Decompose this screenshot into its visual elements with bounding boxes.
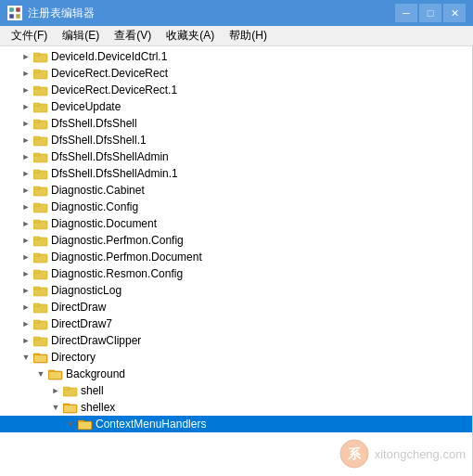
menu-edit[interactable]: 编辑(E) xyxy=(55,26,107,45)
svg-rect-25 xyxy=(33,220,40,223)
tree-item[interactable]: ▼ ContextMenuHandlers xyxy=(0,416,472,432)
tree-item-label: Diagnostic.Perfmon.Document xyxy=(51,251,202,264)
tree-item[interactable]: ► shell xyxy=(0,382,472,399)
tree-expander[interactable]: ▼ xyxy=(48,400,63,415)
tree-item[interactable]: ► DeviceUpdate xyxy=(0,98,472,115)
tree-item-label: DeviceRect.DeviceRect xyxy=(51,67,168,80)
tree-expander[interactable]: ► xyxy=(19,116,33,131)
tree-expander[interactable]: ► xyxy=(19,149,33,164)
svg-rect-13 xyxy=(33,120,40,122)
tree-expander[interactable]: ► xyxy=(48,383,63,398)
maximize-button[interactable]: □ xyxy=(419,4,441,22)
tree-item[interactable]: ► Diagnostic.Perfmon.Document xyxy=(0,249,472,265)
svg-rect-3 xyxy=(16,14,20,19)
tree-item[interactable]: ► Diagnostic.Config xyxy=(0,199,472,215)
tree-expander[interactable]: ► xyxy=(19,199,33,214)
tree-item[interactable]: ▼ shellex xyxy=(0,399,472,416)
tree-expander[interactable]: ► xyxy=(19,49,33,64)
tree-item-label: DfsShell.DfsShellAdmin.1 xyxy=(51,167,178,180)
tree-item[interactable]: ► DiagnosticLog xyxy=(0,282,472,299)
svg-rect-7 xyxy=(33,70,40,72)
tree-item-label: Diagnostic.Cabinet xyxy=(51,184,145,197)
title-bar: 注册表编辑器 ─ □ ✕ xyxy=(0,0,473,26)
folder-icon xyxy=(33,284,48,297)
tree-expander[interactable]: ► xyxy=(19,83,33,97)
tree-expander[interactable]: ▼ xyxy=(19,350,33,365)
minimize-button[interactable]: ─ xyxy=(395,4,417,22)
tree-expander[interactable]: ► xyxy=(19,266,33,281)
tree-expander[interactable]: ► xyxy=(19,250,33,264)
tree-item[interactable]: ► DfsShell.DfsShellAdmin xyxy=(0,148,472,165)
folder-icon xyxy=(33,100,48,113)
app-icon xyxy=(7,6,22,20)
tree-expander[interactable]: ► xyxy=(19,216,33,231)
tree-item[interactable]: ► DeviceRect.DeviceRect.1 xyxy=(0,82,472,98)
folder-icon xyxy=(63,384,78,397)
menu-file[interactable]: 文件(F) xyxy=(4,26,55,45)
tree-item[interactable]: ► DfsShell.DfsShell.1 xyxy=(0,132,472,148)
tree-item[interactable]: ► Diagnostic.Document xyxy=(0,215,472,232)
tree-expander[interactable]: ► xyxy=(19,233,33,248)
close-button[interactable]: ✕ xyxy=(443,4,466,22)
tree-item-label: Diagnostic.Config xyxy=(51,200,138,213)
folder-icon xyxy=(33,134,48,147)
tree-item[interactable]: ► Diagnostic.Cabinet xyxy=(0,182,472,199)
tree-item-label: Diagnostic.Perfmon.Config xyxy=(51,234,184,247)
tree-item[interactable]: ► DeviceId.DeviceIdCtrl.1 xyxy=(0,48,472,65)
folder-icon xyxy=(33,301,48,314)
tree-item[interactable]: ▼ Background xyxy=(0,366,472,382)
tree-expander[interactable]: ► xyxy=(19,183,33,198)
menu-bar: 文件(F) 编辑(E) 查看(V) 收藏夹(A) 帮助(H) xyxy=(0,26,473,46)
tree-expander[interactable]: ► xyxy=(19,300,33,315)
tree-item[interactable]: ► DfsShell.DfsShell xyxy=(0,115,472,132)
tree-item[interactable]: ► DirectDrawClipper xyxy=(0,332,472,349)
tree-item-label: shellex xyxy=(81,401,115,414)
tree-item[interactable]: ► DeviceRect.DeviceRect xyxy=(0,65,472,82)
tree-panel[interactable]: ► DeviceId.DeviceIdCtrl.1► DeviceRect.De… xyxy=(0,46,473,476)
folder-icon xyxy=(33,200,48,213)
svg-rect-50 xyxy=(64,405,76,412)
tree-expander[interactable]: ► xyxy=(19,166,33,181)
folder-icon xyxy=(33,150,48,163)
tree-expander[interactable]: ► xyxy=(19,333,33,348)
svg-rect-42 xyxy=(34,355,46,362)
svg-rect-11 xyxy=(33,103,40,106)
tree-item[interactable]: ► DirectDraw xyxy=(0,299,472,315)
tree-expander[interactable]: ► xyxy=(19,133,33,148)
folder-icon xyxy=(78,418,93,431)
tree-expander[interactable]: ▼ xyxy=(33,367,48,381)
svg-rect-39 xyxy=(33,337,40,340)
folder-icon xyxy=(63,401,78,414)
svg-rect-35 xyxy=(33,303,40,306)
tree-expander[interactable]: ► xyxy=(19,283,33,298)
menu-view[interactable]: 查看(V) xyxy=(107,26,159,45)
tree-item-label: DeviceId.DeviceIdCtrl.1 xyxy=(51,50,167,63)
tree-expander[interactable]: ► xyxy=(19,316,33,331)
svg-rect-15 xyxy=(33,136,40,139)
tree-expander[interactable]: ► xyxy=(19,66,33,81)
tree-item[interactable]: ► Diagnostic.Resmon.Config xyxy=(0,265,472,282)
svg-rect-27 xyxy=(33,237,40,239)
folder-icon xyxy=(33,67,48,80)
tree-item[interactable]: ► DfsShell.DfsShellAdmin.1 xyxy=(0,165,472,182)
svg-rect-0 xyxy=(9,7,14,12)
tree-item[interactable]: ▼ Directory xyxy=(0,349,472,366)
tree-expander[interactable]: ▼ xyxy=(63,417,78,431)
svg-rect-21 xyxy=(33,187,40,189)
folder-icon xyxy=(33,334,48,347)
tree-item-label: Background xyxy=(66,367,125,380)
tree-item-label: Diagnostic.Resmon.Config xyxy=(51,267,183,280)
svg-rect-2 xyxy=(9,14,14,19)
tree-expander[interactable]: ► xyxy=(19,99,33,114)
tree-item[interactable]: ► Diagnostic.Perfmon.Config xyxy=(0,232,472,249)
tree-item-label: shell xyxy=(81,384,104,397)
svg-rect-29 xyxy=(33,253,40,256)
tree-item-label: DfsShell.DfsShell.1 xyxy=(51,134,147,147)
svg-rect-19 xyxy=(33,170,40,173)
svg-rect-9 xyxy=(33,86,40,89)
menu-favorites[interactable]: 收藏夹(A) xyxy=(159,26,222,45)
tree-item[interactable]: ► DirectDraw7 xyxy=(0,315,472,332)
folder-icon xyxy=(33,317,48,330)
tree-item-label: DirectDraw xyxy=(51,301,106,314)
menu-help[interactable]: 帮助(H) xyxy=(222,26,275,45)
